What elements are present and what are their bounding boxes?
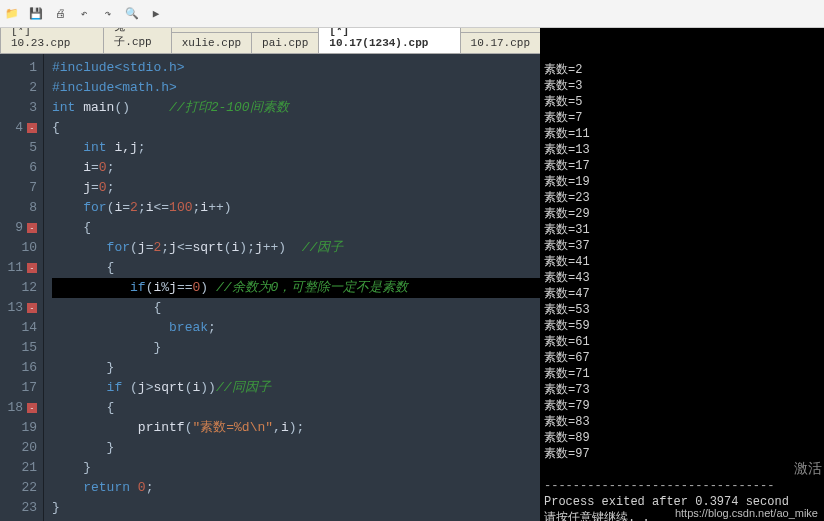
gutter-line: 16	[0, 358, 37, 378]
gutter-line: 14	[0, 318, 37, 338]
console-line: 素数=59	[544, 318, 820, 334]
toolbar: 📁 💾 🖨 ↶ ↷ 🔍 ▶	[0, 0, 824, 28]
gutter-line: 2	[0, 78, 37, 98]
code-line[interactable]: printf("素数=%d\n",i);	[52, 418, 540, 438]
gutter-line: 3	[0, 98, 37, 118]
tab[interactable]: xulie.cpp	[171, 32, 252, 53]
console-line: 素数=29	[544, 206, 820, 222]
code-line[interactable]: if(i%j==0) //余数为0，可整除一定不是素数	[52, 278, 540, 298]
console-line: 素数=61	[544, 334, 820, 350]
console-line: 素数=7	[544, 110, 820, 126]
code-line[interactable]: j=0;	[52, 178, 540, 198]
console-line: 素数=2	[544, 62, 820, 78]
console-line: 素数=37	[544, 238, 820, 254]
console-line: 素数=23	[544, 190, 820, 206]
watermark: https://blog.csdn.net/ao_mike	[675, 507, 818, 519]
console-line: 素数=11	[544, 126, 820, 142]
editor-panel: [*] 10.23.cpp兔子.cppxulie.cpppai.cpp[*] 1…	[0, 28, 540, 521]
console-line: 素数=3	[544, 78, 820, 94]
gutter-line: 12	[0, 278, 37, 298]
fold-marker-icon[interactable]: -	[27, 223, 37, 233]
code-line[interactable]: for(j=2;j<=sqrt(i);j++) //因子	[52, 238, 540, 258]
code-line[interactable]: {	[52, 298, 540, 318]
code-line[interactable]: break;	[52, 318, 540, 338]
code-line[interactable]: }	[52, 498, 540, 518]
gutter-line: 1	[0, 58, 37, 78]
gutter-line: 22	[0, 478, 37, 498]
tab[interactable]: 10.17.cpp	[460, 32, 541, 53]
code-line[interactable]: {	[52, 218, 540, 238]
console-line: 素数=43	[544, 270, 820, 286]
console-line: 素数=73	[544, 382, 820, 398]
redo-icon[interactable]: ↷	[100, 6, 116, 22]
console-line: 素数=83	[544, 414, 820, 430]
console-line: 素数=41	[544, 254, 820, 270]
console-line: 素数=67	[544, 350, 820, 366]
search-icon[interactable]: 🔍	[124, 6, 140, 22]
code-line[interactable]: {	[52, 398, 540, 418]
code-line[interactable]: {	[52, 118, 540, 138]
activate-hint: 激活	[794, 461, 822, 477]
fold-marker-icon[interactable]: -	[27, 303, 37, 313]
fold-marker-icon[interactable]: -	[27, 403, 37, 413]
tab-bar: [*] 10.23.cpp兔子.cppxulie.cpppai.cpp[*] 1…	[0, 28, 540, 54]
console-line: 素数=79	[544, 398, 820, 414]
console-line: 素数=17	[544, 158, 820, 174]
gutter-line: 11-	[0, 258, 37, 278]
console-line: 素数=89	[544, 430, 820, 446]
console-line: 素数=47	[544, 286, 820, 302]
build-icon[interactable]: ▶	[148, 6, 164, 22]
console-line: 素数=97	[544, 446, 820, 462]
gutter-line: 18-	[0, 398, 37, 418]
console-line: 素数=71	[544, 366, 820, 382]
gutter-line: 10	[0, 238, 37, 258]
code-content[interactable]: #include<stdio.h>#include<math.h>int mai…	[44, 54, 540, 521]
gutter-line: 23	[0, 498, 37, 518]
save-icon[interactable]: 💾	[28, 6, 44, 22]
console-line: 素数=53	[544, 302, 820, 318]
code-line[interactable]: if (j>sqrt(i))//同因子	[52, 378, 540, 398]
code-line[interactable]: {	[52, 258, 540, 278]
code-line[interactable]: }	[52, 438, 540, 458]
code-line[interactable]: }	[52, 358, 540, 378]
console-line: 素数=31	[544, 222, 820, 238]
console-separator: --------------------------------	[544, 478, 820, 494]
console-line: 素数=19	[544, 174, 820, 190]
gutter-line: 7	[0, 178, 37, 198]
gutter-line: 13-	[0, 298, 37, 318]
code-line[interactable]: return 0;	[52, 478, 540, 498]
tab[interactable]: [*] 10.23.cpp	[0, 28, 104, 53]
console-line: 素数=13	[544, 142, 820, 158]
line-gutter: 1234-56789-1011-1213-1415161718-19202122…	[0, 54, 44, 521]
code-line[interactable]: }	[52, 458, 540, 478]
code-line[interactable]: for(i=2;i<=100;i++)	[52, 198, 540, 218]
main-area: [*] 10.23.cpp兔子.cppxulie.cpppai.cpp[*] 1…	[0, 28, 824, 521]
code-line[interactable]: int i,j;	[52, 138, 540, 158]
gutter-line: 4-	[0, 118, 37, 138]
gutter-line: 15	[0, 338, 37, 358]
gutter-line: 19	[0, 418, 37, 438]
tab[interactable]: pai.cpp	[251, 32, 319, 53]
console-line: 素数=5	[544, 94, 820, 110]
gutter-line: 20	[0, 438, 37, 458]
gutter-line: 17	[0, 378, 37, 398]
gutter-line: 9-	[0, 218, 37, 238]
gutter-line: 8	[0, 198, 37, 218]
fold-marker-icon[interactable]: -	[27, 123, 37, 133]
code-line[interactable]: #include<math.h>	[52, 78, 540, 98]
folder-icon[interactable]: 📁	[4, 6, 20, 22]
fold-marker-icon[interactable]: -	[27, 263, 37, 273]
undo-icon[interactable]: ↶	[76, 6, 92, 22]
console-output: 素数=2素数=3素数=5素数=7素数=11素数=13素数=17素数=19素数=2…	[540, 28, 824, 521]
gutter-line: 5	[0, 138, 37, 158]
tab[interactable]: [*] 10.17(1234).cpp	[318, 28, 460, 53]
code-area: 1234-56789-1011-1213-1415161718-19202122…	[0, 54, 540, 521]
gutter-line: 6	[0, 158, 37, 178]
gutter-line: 21	[0, 458, 37, 478]
code-line[interactable]: #include<stdio.h>	[52, 58, 540, 78]
code-line[interactable]: }	[52, 338, 540, 358]
tab[interactable]: 兔子.cpp	[103, 28, 171, 53]
code-line[interactable]: int main() //打印2-100间素数	[52, 98, 540, 118]
code-line[interactable]: i=0;	[52, 158, 540, 178]
print-icon[interactable]: 🖨	[52, 6, 68, 22]
